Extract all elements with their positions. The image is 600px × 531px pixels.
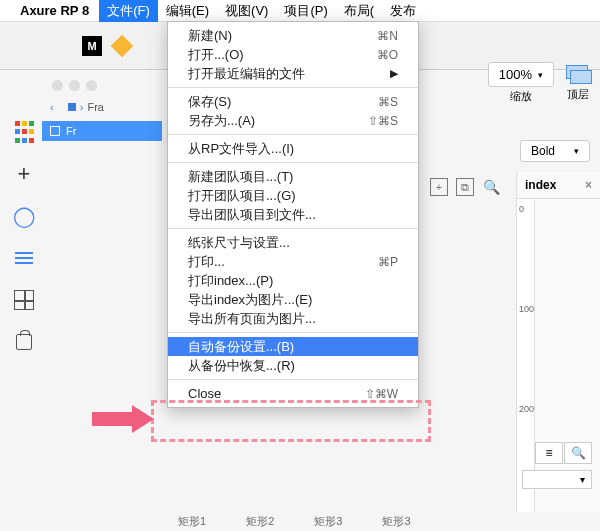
mac-menubar: Axure RP 8 文件(F) 编辑(E) 视图(V) 项目(P) 布局( 发… [0,0,600,22]
menu-edit[interactable]: 编辑(E) [158,0,217,22]
menu-layout[interactable]: 布局( [336,0,382,22]
menu-export-index-img[interactable]: 导出index为图片...(E) [168,290,418,309]
duplicate-icon[interactable]: ⧉ [456,178,474,196]
medium-icon[interactable]: M [82,36,102,56]
menu-save-as[interactable]: 另存为...(A)⇧⌘S [168,111,418,130]
menu-separator [168,228,418,229]
bag-icon[interactable] [12,330,36,354]
menu-lines-icon[interactable] [12,246,36,270]
menu-open-recent[interactable]: 打开最近编辑的文件▶ [168,64,418,83]
shape-label: 矩形3 [382,514,410,529]
chevron-left-icon: ‹ [50,101,54,113]
menu-export-all-img[interactable]: 导出所有页面为图片... [168,309,418,328]
menu-print[interactable]: 打印...⌘P [168,252,418,271]
chevron-right-icon: › [80,101,84,113]
right-tools: 100% ▾ 缩放 顶层 [488,62,590,104]
breadcrumb[interactable]: ‹ › Fra [50,101,154,113]
menu-import-rp[interactable]: 从RP文件导入...(I) [168,139,418,158]
menu-file[interactable]: 文件(F) [99,0,158,22]
menu-view[interactable]: 视图(V) [217,0,276,22]
plus-icon[interactable]: + [12,162,36,186]
grid-2x2-icon[interactable] [12,288,36,312]
menu-auto-backup-settings[interactable]: 自动备份设置...(B) [168,337,418,356]
shape-label: 矩形2 [246,514,274,529]
menu-restore-backup[interactable]: 从备份中恢复...(R) [168,356,418,375]
submenu-arrow-icon: ▶ [390,67,398,80]
close-dot-icon[interactable] [52,80,63,91]
list-view-button[interactable]: ≡ [535,442,563,464]
left-panel: ‹ › Fra Fr [42,80,162,141]
breadcrumb-item: Fra [87,101,104,113]
menu-open-team[interactable]: 打开团队项目...(G) [168,186,418,205]
font-weight-value: Bold [531,144,555,158]
menu-new-team[interactable]: 新建团队项目...(T) [168,167,418,186]
menu-publish[interactable]: 发布 [382,0,424,22]
vertical-ruler: 0 100 200 [517,200,535,512]
chevron-down-icon: ▾ [574,146,579,156]
dropdown-small[interactable]: ▾ [522,470,592,489]
layer-label: 顶层 [567,87,589,102]
font-weight-select[interactable]: Bold ▾ [520,140,590,162]
ruler-tick: 0 [519,204,524,214]
menu-paper-size[interactable]: 纸张尺寸与设置... [168,233,418,252]
menu-separator [168,87,418,88]
grid-apps-icon[interactable] [12,120,36,144]
shape-label: 矩形3 [314,514,342,529]
close-icon[interactable]: × [585,178,592,192]
index-title: index [525,178,556,192]
zoom-label: 缩放 [510,89,532,104]
file-menu-dropdown: 新建(N)⌘N 打开...(O)⌘O 打开最近编辑的文件▶ 保存(S)⌘S 另存… [167,21,419,408]
menu-new[interactable]: 新建(N)⌘N [168,26,418,45]
search-icon[interactable]: 🔍 [482,178,500,196]
frame-item[interactable]: Fr [42,121,162,141]
menu-save[interactable]: 保存(S)⌘S [168,92,418,111]
window-controls[interactable] [52,80,162,91]
circle-o-icon[interactable]: ◯ [12,204,36,228]
index-tab[interactable]: index × [517,172,600,199]
menu-project[interactable]: 项目(P) [276,0,335,22]
layer-button[interactable]: 顶层 [566,65,590,102]
search-view-button[interactable]: 🔍 [564,442,592,464]
annotation-arrow-icon [92,412,132,426]
menu-open[interactable]: 打开...(O)⌘O [168,45,418,64]
app-name: Axure RP 8 [20,3,89,18]
view-toggle: ≡ 🔍 [535,442,592,464]
minimize-dot-icon[interactable] [69,80,80,91]
zoom-value: 100% [499,67,532,82]
page-icon [68,103,76,111]
menu-print-index[interactable]: 打印index...(P) [168,271,418,290]
add-box-icon[interactable]: + [430,178,448,196]
frame-label: Fr [66,125,76,137]
menu-separator [168,162,418,163]
menu-close[interactable]: Close⇧⌘W [168,384,418,403]
menu-separator [168,332,418,333]
left-toolbar: + ◯ [6,120,42,354]
chevron-down-icon: ▾ [538,70,543,80]
ruler-tick: 200 [519,404,534,414]
font-weight-row: Bold ▾ [520,140,590,162]
sketch-icon[interactable] [111,34,134,57]
maximize-dot-icon[interactable] [86,80,97,91]
zoom-select[interactable]: 100% ▾ [488,62,554,87]
menu-export-team[interactable]: 导出团队项目到文件... [168,205,418,224]
mid-icon-group: + ⧉ 🔍 [430,178,500,196]
frame-icon [50,126,60,136]
ruler-tick: 100 [519,304,534,314]
menu-separator [168,134,418,135]
layers-icon [566,65,590,83]
menu-separator [168,379,418,380]
shape-label: 矩形1 [178,514,206,529]
bottom-shapes-row: 矩形1 矩形2 矩形3 矩形3 [178,514,411,529]
